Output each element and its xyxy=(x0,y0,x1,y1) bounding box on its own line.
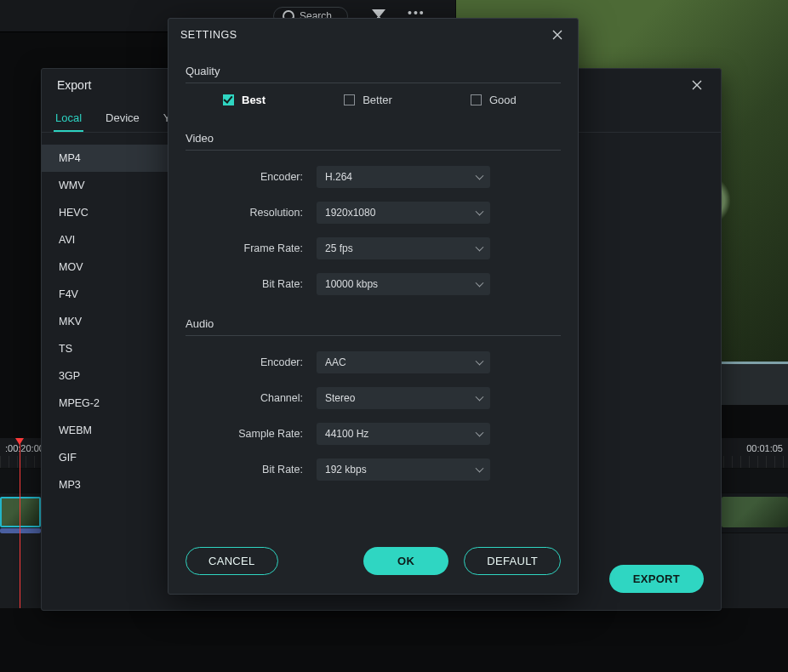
video-framerate-label: Frame Rate: xyxy=(186,242,303,254)
format-f4v[interactable]: F4V xyxy=(42,281,168,308)
audio-bitrate-row: Bit Rate: 192 kbps xyxy=(186,458,561,481)
quality-options: Best Better Good xyxy=(186,94,561,123)
select-value: 25 fps xyxy=(325,242,353,254)
quality-section-title: Quality xyxy=(186,56,561,83)
quality-label: Best xyxy=(242,94,266,106)
audio-bitrate-select[interactable]: 192 kbps xyxy=(317,458,490,481)
ok-button[interactable]: OK xyxy=(363,547,448,575)
select-value: AAC xyxy=(325,356,346,368)
settings-header: SETTINGS xyxy=(168,19,578,51)
playhead[interactable] xyxy=(20,438,20,608)
audio-channel-row: Channel: Stereo xyxy=(186,387,561,409)
select-value: H.264 xyxy=(325,171,352,183)
video-resolution-row: Resolution: 1920x1080 xyxy=(186,202,561,224)
format-webm[interactable]: WEBM xyxy=(42,417,168,444)
chevron-down-icon xyxy=(476,279,484,288)
select-value: 1920x1080 xyxy=(325,207,375,219)
chevron-down-icon xyxy=(476,357,484,366)
select-value: 192 kbps xyxy=(325,464,367,476)
format-avi[interactable]: AVI xyxy=(42,226,168,253)
clip-thumb[interactable] xyxy=(722,497,788,527)
audio-samplerate-select[interactable]: 44100 Hz xyxy=(317,423,490,445)
format-mkv[interactable]: MKV xyxy=(42,308,168,335)
video-resolution-label: Resolution: xyxy=(186,207,303,219)
close-icon[interactable] xyxy=(549,26,566,43)
tab-device[interactable]: Device xyxy=(104,111,141,132)
time-left: :00:20:00 xyxy=(5,441,44,453)
format-mov[interactable]: MOV xyxy=(42,253,168,281)
quality-best[interactable]: Best xyxy=(223,94,266,106)
select-value: Stereo xyxy=(325,392,355,404)
quality-better[interactable]: Better xyxy=(344,94,392,106)
audio-bitrate-label: Bit Rate: xyxy=(186,464,303,476)
video-framerate-row: Frame Rate: 25 fps xyxy=(186,237,561,259)
checkbox-icon xyxy=(223,94,234,105)
settings-title: SETTINGS xyxy=(180,29,237,41)
settings-footer: CANCEL OK DEFAULT xyxy=(168,532,578,594)
format-mpeg2[interactable]: MPEG-2 xyxy=(42,390,168,417)
format-list: MP4 WMV HEVC AVI MOV F4V MKV TS 3GP MPEG… xyxy=(42,133,168,575)
chevron-down-icon xyxy=(476,429,484,437)
audio-samplerate-row: Sample Rate: 44100 Hz xyxy=(186,423,561,445)
audio-section-title: Audio xyxy=(186,309,561,336)
audio-encoder-row: Encoder: AAC xyxy=(186,351,561,373)
audio-samplerate-label: Sample Rate: xyxy=(186,428,303,440)
checkbox-icon xyxy=(344,94,355,105)
format-mp3[interactable]: MP3 xyxy=(42,471,168,498)
video-resolution-select[interactable]: 1920x1080 xyxy=(317,202,490,224)
format-wmv[interactable]: WMV xyxy=(42,172,168,199)
chevron-down-icon xyxy=(476,464,484,473)
settings-modal: SETTINGS Quality Best Better Good Video … xyxy=(168,18,579,595)
quality-label: Better xyxy=(363,94,392,106)
export-button[interactable]: EXPORT xyxy=(609,565,704,593)
video-framerate-select[interactable]: 25 fps xyxy=(317,237,490,259)
checkbox-icon xyxy=(471,94,482,105)
chevron-down-icon xyxy=(476,172,484,180)
format-3gp[interactable]: 3GP xyxy=(42,362,168,390)
format-ts[interactable]: TS xyxy=(42,335,168,362)
export-title: Export xyxy=(57,78,91,92)
cancel-button[interactable]: CANCEL xyxy=(186,547,278,575)
audio-channel-label: Channel: xyxy=(186,392,303,404)
format-hevc[interactable]: HEVC xyxy=(42,199,168,226)
select-value: 44100 Hz xyxy=(325,428,368,440)
video-bitrate-select[interactable]: 10000 kbps xyxy=(317,273,490,295)
time-right: 00:01:05 xyxy=(746,441,783,453)
quality-good[interactable]: Good xyxy=(471,94,517,106)
video-bitrate-label: Bit Rate: xyxy=(186,278,303,290)
chevron-down-icon xyxy=(476,208,484,216)
chevron-down-icon xyxy=(476,393,484,401)
format-mp4[interactable]: MP4 xyxy=(42,145,168,172)
audio-encoder-select[interactable]: AAC xyxy=(317,351,490,373)
video-encoder-select[interactable]: H.264 xyxy=(317,166,490,188)
default-button[interactable]: DEFAULT xyxy=(464,547,561,575)
tab-local[interactable]: Local xyxy=(54,111,83,132)
clip-thumb[interactable] xyxy=(0,497,41,527)
format-gif[interactable]: GIF xyxy=(42,444,168,471)
audio-encoder-label: Encoder: xyxy=(186,356,303,368)
video-encoder-label: Encoder: xyxy=(186,171,303,183)
select-value: 10000 kbps xyxy=(325,278,378,290)
video-encoder-row: Encoder: H.264 xyxy=(186,166,561,188)
video-section-title: Video xyxy=(186,123,561,151)
quality-label: Good xyxy=(489,94,517,106)
audio-channel-select[interactable]: Stereo xyxy=(317,387,490,409)
close-icon[interactable] xyxy=(688,77,705,94)
chevron-down-icon xyxy=(476,243,484,252)
video-bitrate-row: Bit Rate: 10000 kbps xyxy=(186,273,561,295)
